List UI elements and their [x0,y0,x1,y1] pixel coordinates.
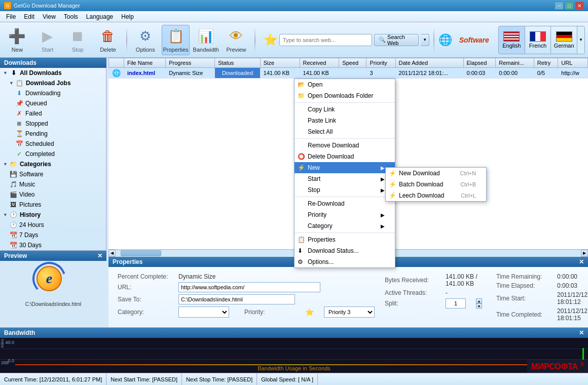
preview-close-icon[interactable]: ✕ [97,252,102,259]
close-button[interactable]: ✕ [575,2,584,10]
sidebar-item-queued[interactable]: 📌 Queued [0,98,106,108]
sidebar-item-failed[interactable]: ✗ Failed [0,108,106,119]
col-date[interactable]: Date Added [395,58,463,68]
submenu-newdl-shortcut: Ctrl+N [460,170,476,176]
stop-button[interactable]: ⏹ Stop [63,25,92,55]
preview-icon: 👁 [227,27,245,46]
split-up-button[interactable]: ▲ [476,298,482,303]
search-button[interactable]: 🔍 Search Web [374,34,419,46]
submenu-batch-dl[interactable]: ⚡ Batch Download Ctrl+B [386,179,486,190]
ctx-stop-arrow: ▶ [381,187,385,193]
search-input[interactable] [279,34,372,46]
split-input[interactable] [446,298,466,309]
start-button[interactable]: ▶ Start [33,25,62,55]
bandwidth-label: Bandwidth Usage in Seconds [258,365,330,371]
lang-german[interactable]: German [551,26,577,54]
menu-language[interactable]: Language [82,12,117,21]
col-url[interactable]: URL [558,58,588,68]
ctx-options[interactable]: ⚙ Options... [295,256,395,267]
sidebar-item-completed[interactable]: ✓ Completed [0,149,106,159]
submenu-new-dl[interactable]: ⚡ New Download Ctrl+N [386,168,486,179]
menu-view[interactable]: View [39,12,60,21]
ctx-copy-link[interactable]: Copy Link [295,104,395,115]
col-size[interactable]: Size [260,58,300,68]
sidebar-item-history[interactable]: ▼ 🕐 History [0,210,106,220]
scroll-right-button[interactable]: ▶ [581,250,588,257]
sidebar-item-categories[interactable]: ▼ 📁 Categories [0,159,106,169]
ctx-redownload[interactable]: Re-Download [295,198,395,209]
ctx-properties-icon: 📋 [298,236,305,243]
menu-edit[interactable]: Edit [20,12,39,21]
sidebar-item-stopped[interactable]: ⏹ Stopped [0,119,106,129]
lang-english[interactable]: English [499,26,525,54]
preview-button[interactable]: 👁 Preview [222,25,250,55]
row-speed [339,68,366,79]
sidebar-item-7days[interactable]: 📆 7 Days [0,230,106,240]
menu-help[interactable]: Help [117,12,138,21]
delete-button[interactable]: 🗑 Delete [94,25,122,55]
col-speed[interactable]: Speed [339,58,366,68]
menu-file[interactable]: File [2,12,20,21]
sidebar-item-30days[interactable]: 📆 30 Days [0,240,106,250]
ctx-new[interactable]: ⚡ New ▶ [295,162,395,173]
sidebar-item-pending[interactable]: ⏳ Pending [0,129,106,139]
scroll-thumb[interactable] [121,250,161,256]
sidebar-item-all-downloads[interactable]: ▼ ⬇ All Downloads [0,68,106,78]
options-button[interactable]: ⚙ Options [131,25,160,55]
prop-url-input[interactable] [178,282,320,292]
split-down-button[interactable]: ▼ [476,303,482,309]
ctx-delete-dl[interactable]: ⭕ Delete Download [295,151,395,162]
sidebar-item-24hours[interactable]: 🕐 24 Hours [0,220,106,230]
col-elapsed[interactable]: Elapsed [463,58,496,68]
table-row[interactable]: 🌐 index.html Dynamic Size Downloaded 141… [109,68,588,79]
sidebar-item-music[interactable]: 🎵 Music [0,179,106,189]
software-icon: 💾 [9,170,17,178]
sidebar-item-pictures[interactable]: 🖼 Pictures [0,200,106,210]
ctx-priority[interactable]: Priority ▶ [295,209,395,220]
col-priority[interactable]: Priority [366,58,395,68]
ctx-start[interactable]: Start ▶ [295,173,395,184]
ctx-remove-dl[interactable]: Remove Download [295,140,395,151]
minimize-button[interactable]: ─ [555,2,564,10]
col-progress[interactable]: Progress [166,58,215,68]
col-received[interactable]: Received [300,58,339,68]
search-dropdown[interactable]: ▼ [421,34,429,46]
properties-button[interactable]: 📋 Properties [162,25,190,55]
ctx-sep2 [295,138,395,139]
priority-select[interactable]: Priority 3 [324,306,375,318]
new-button[interactable]: ➕ New [3,25,31,55]
software-button[interactable]: Software [454,33,494,47]
sidebar-item-download-jobs[interactable]: ▼ 📋 Download Jobs [0,78,106,88]
sidebar-item-software[interactable]: 💾 Software [0,169,106,179]
prop-timeelapsed-value: 0:00:03 [557,282,577,289]
scroll-left-button[interactable]: ◀ [108,250,116,257]
row-elapsed: 0:00:03 [463,68,496,79]
ctx-open[interactable]: 📂 Open [295,79,395,90]
ctx-select-all[interactable]: Select All [295,126,395,137]
properties-close-icon[interactable]: ✕ [579,258,584,265]
lang-dropdown[interactable]: ▼ [577,26,584,54]
lang-french[interactable]: French [525,26,552,54]
mirsofta-reg: ® [580,362,584,367]
bandwidth-button[interactable]: 📊 Bandwidth [192,25,220,55]
bandwidth-close-icon[interactable]: ✕ [579,329,584,336]
col-filename[interactable]: File Name [124,58,166,68]
submenu-leech-dl[interactable]: ⚡ Leech Download Ctrl+L [386,190,486,201]
category-select[interactable] [178,306,229,318]
ctx-properties[interactable]: 📋 Properties [295,234,395,245]
sidebar-item-scheduled[interactable]: 📅 Scheduled [0,139,106,149]
col-status[interactable]: Status [215,58,261,68]
ctx-category[interactable]: Category ▶ [295,220,395,232]
sidebar-item-downloading[interactable]: ⬇ Downloading [0,88,106,98]
ctx-stop[interactable]: Stop ▶ [295,184,395,196]
col-remaining[interactable]: Remaini... [496,58,534,68]
menu-tools[interactable]: Tools [60,12,82,21]
ctx-paste-link[interactable]: Paste Link [295,115,395,126]
col-retry[interactable]: Retry [534,58,558,68]
maximize-button[interactable]: □ [565,2,574,10]
prop-saveto-input[interactable] [178,294,295,304]
ctx-dl-status[interactable]: ⬇ Download Status... [295,245,395,256]
properties-icon: 📋 [167,27,185,46]
ctx-open-folder[interactable]: 📁 Open Downloads Folder [295,90,395,101]
sidebar-item-video[interactable]: 🎬 Video [0,189,106,200]
